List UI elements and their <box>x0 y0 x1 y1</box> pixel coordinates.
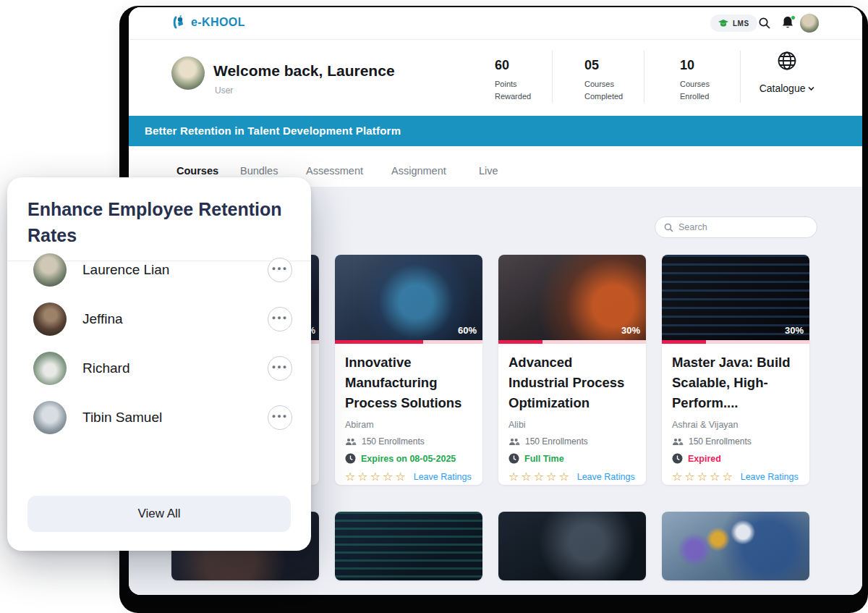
tab-bundles[interactable]: Bundles <box>240 165 278 177</box>
progress-percent: 30% <box>621 325 640 336</box>
ellipsis-menu-button[interactable]: ●●● <box>268 307 292 331</box>
course-status: Expires on 08-05-2025 <box>361 454 456 464</box>
divider <box>740 51 741 103</box>
list-item-richard[interactable]: Richard ●●● <box>7 344 311 393</box>
enrollments-text: 150 Enrollments <box>362 436 425 447</box>
progress-percent: 60% <box>458 325 477 336</box>
ellipsis-menu-button[interactable]: ●●● <box>268 258 292 282</box>
divider <box>644 51 644 103</box>
clock-icon <box>345 453 356 464</box>
catalogue-button[interactable]: Catalogue <box>752 49 822 107</box>
welcome-title: Welcome back, Laurence <box>213 62 395 80</box>
list-item-tibin[interactable]: Tibin Samuel ●●● <box>7 393 311 442</box>
course-card[interactable]: 30% Master Java: Build Scalable, High-Pe… <box>662 255 809 485</box>
course-card[interactable]: 30% Advanced Industrial Process Optimiza… <box>498 255 646 485</box>
bell-icon[interactable] <box>781 16 796 30</box>
brand-name: e-KHOOL <box>191 16 245 29</box>
course-card-image-code-screens[interactable] <box>335 512 482 580</box>
leave-ratings-link[interactable]: Leave Ratings <box>741 472 799 482</box>
stat-completed-label: CoursesCompleted <box>584 78 623 103</box>
enrollments-text: 150 Enrollments <box>525 436 588 447</box>
tab-courses[interactable]: Courses <box>176 165 218 177</box>
course-author: Alibi <box>509 420 636 430</box>
course-status: Expired <box>688 454 721 464</box>
course-card-image-web-technologies[interactable] <box>662 512 809 580</box>
course-author: Ashrai & Vijayan <box>672 420 799 430</box>
chevron-down-icon <box>808 86 814 91</box>
leave-ratings-link[interactable]: Leave Ratings <box>577 472 635 482</box>
member-avatar <box>33 352 67 385</box>
course-title: Master Java: Build Scalable, High-Perfor… <box>672 352 799 413</box>
search-input[interactable] <box>678 222 808 232</box>
clock-icon <box>672 453 683 464</box>
lms-badge[interactable]: LMS <box>710 14 757 32</box>
lms-badge-label: LMS <box>733 20 749 28</box>
stat-points-label: PointsRewarded <box>495 78 531 103</box>
screenshot-stage: e-KHOOL LMS <box>0 0 868 613</box>
member-name: Jeffina <box>82 311 268 327</box>
search-icon <box>664 223 673 232</box>
course-search[interactable] <box>655 216 817 238</box>
star-rating[interactable]: ☆☆☆☆☆ <box>509 470 571 483</box>
member-list: Laurence Lian ●●● Jeffina ●●● Richard ●●… <box>7 245 311 442</box>
course-title: Innovative Manufacturing Process Solutio… <box>345 352 472 413</box>
member-avatar <box>33 401 67 434</box>
member-avatar <box>33 253 67 287</box>
people-group-icon <box>509 438 520 446</box>
ellipsis-menu-button[interactable]: ●●● <box>268 405 292 430</box>
course-status: Full Time <box>524 454 564 464</box>
course-image: 30% <box>498 255 646 340</box>
member-name: Laurence Lian <box>82 262 268 278</box>
course-image: 60% <box>335 255 482 340</box>
list-item-laurence[interactable]: Laurence Lian ●●● <box>7 245 311 295</box>
star-rating[interactable]: ☆☆☆☆☆ <box>345 470 408 483</box>
tab-assignment[interactable]: Assignment <box>391 165 446 177</box>
stat-completed-value: 05 <box>584 58 599 73</box>
progress-percent: 30% <box>785 325 804 336</box>
user-role-label: User <box>215 85 233 96</box>
graduation-cap-icon <box>718 20 728 28</box>
ellipsis-menu-button[interactable]: ●●● <box>268 356 292 381</box>
catalogue-label: Catalogue <box>760 83 806 94</box>
topbar: e-KHOOL LMS <box>129 7 862 40</box>
course-card[interactable]: 60% Innovative Manufacturing Process Sol… <box>335 255 482 485</box>
clock-icon <box>509 453 519 464</box>
stat-enrolled-label: CoursesEnrolled <box>680 78 710 103</box>
people-group-icon <box>672 438 684 446</box>
enrollments-text: 150 Enrollments <box>689 436 752 447</box>
course-title: Advanced Industrial Process Optimization <box>509 352 636 413</box>
leave-ratings-link[interactable]: Leave Ratings <box>414 472 472 482</box>
stat-points-value: 60 <box>495 58 509 73</box>
e-khool-logo-icon <box>171 14 187 30</box>
tab-live[interactable]: Live <box>479 165 498 177</box>
retention-popup: Enhance Employee Retention Rates Laurenc… <box>7 177 311 551</box>
topbar-avatar[interactable] <box>800 14 819 33</box>
brand-logo[interactable]: e-KHOOL <box>171 14 245 30</box>
view-all-button[interactable]: View All <box>27 496 291 532</box>
notification-dot <box>791 15 796 20</box>
user-avatar <box>171 56 205 90</box>
member-avatar <box>33 303 67 336</box>
star-rating[interactable]: ☆☆☆☆☆ <box>672 470 735 483</box>
globe-icon <box>777 51 797 71</box>
course-author: Abiram <box>345 420 472 430</box>
search-icon[interactable] <box>758 17 771 30</box>
people-group-icon <box>345 438 357 446</box>
tab-assessment[interactable]: Assessment <box>306 165 363 177</box>
divider <box>552 51 553 103</box>
course-image: 30% <box>662 255 809 340</box>
member-name: Richard <box>82 360 268 376</box>
promo-banner: Better Retention in Talent Development P… <box>129 116 862 146</box>
stat-enrolled-value: 10 <box>680 58 694 73</box>
member-name: Tibin Samuel <box>82 410 268 426</box>
list-item-jeffina[interactable]: Jeffina ●●● <box>7 295 311 344</box>
course-card-image-developer[interactable] <box>498 512 646 580</box>
